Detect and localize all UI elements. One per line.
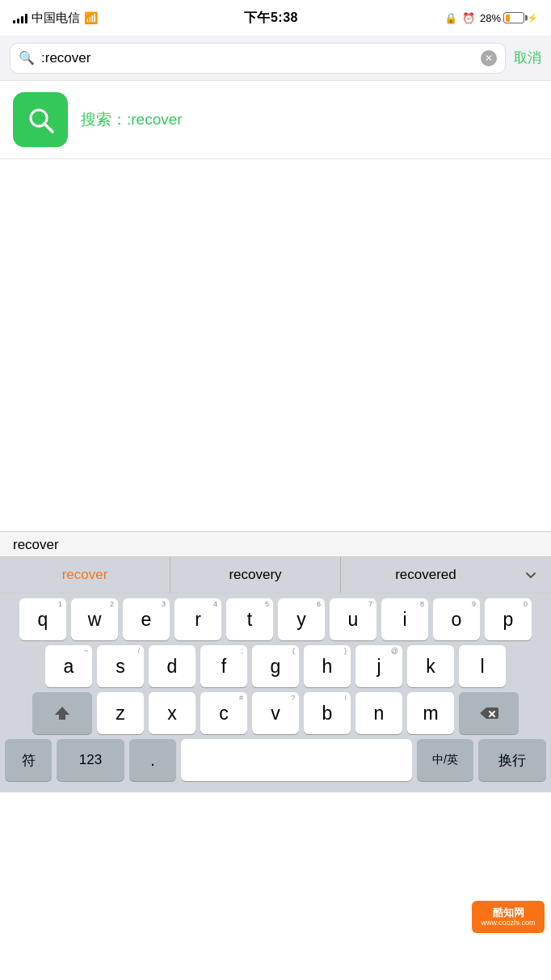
key-k[interactable]: k [407,645,454,687]
search-result-query: :recover [127,111,183,128]
suggestion-option-0[interactable]: recover [0,557,170,593]
watermark-line1: 酷知网 [493,906,524,919]
cancel-button[interactable]: 取消 [514,49,541,67]
status-right: 🔒 ⏰ 28% ⚡ [444,12,538,24]
watermark: 酷知网 www.coozhi.com [472,901,545,933]
suggestion-bar-wrapper: recover recover recovery recovered [0,531,551,593]
key-r[interactable]: 4r [175,598,221,640]
battery-percent-label: 28% [480,12,501,24]
search-result-item[interactable]: 搜索：:recover [0,81,551,159]
suggestion-expand-button[interactable] [511,557,551,593]
keyboard-row-4: 符 123 . 中/英 换行 [0,734,551,792]
period-key[interactable]: . [129,739,176,781]
search-icon: 🔍 [19,50,35,65]
space-key[interactable] [181,739,412,781]
key-v[interactable]: ?v [252,692,299,734]
search-result-icon [25,104,56,135]
backspace-key[interactable] [459,692,519,734]
svg-marker-2 [55,707,69,720]
key-q[interactable]: 1q [19,598,66,640]
key-h[interactable]: )h [304,645,351,687]
key-l[interactable]: l [459,645,506,687]
symbol-key[interactable]: 符 [5,739,52,781]
suggestion-option-2[interactable]: recovered [341,557,511,593]
key-i[interactable]: 8i [381,598,428,640]
key-f[interactable]: ;f [200,645,247,687]
key-e[interactable]: 3e [123,598,170,640]
lock-icon: 🔒 [444,12,457,24]
carrier-label: 中国电信 [32,11,80,26]
keyboard-row-1: 1q 2w 3e 4r 5t 6y 7u 8i 9o 0p [0,593,551,640]
search-result-prefix: 搜索： [81,111,127,128]
key-d[interactable]: d [149,645,196,687]
numbers-key[interactable]: 123 [57,739,124,781]
key-y[interactable]: 6y [278,598,325,640]
key-s[interactable]: /s [97,645,144,687]
key-g[interactable]: (g [252,645,299,687]
keyboard: 1q 2w 3e 4r 5t 6y 7u 8i 9o 0p ~a /s d ;f… [0,593,551,792]
battery-indicator: 28% ⚡ [480,12,538,24]
clear-button[interactable]: ✕ [481,50,497,66]
search-input-wrapper[interactable]: 🔍 :recover ✕ [10,43,506,74]
svg-line-1 [44,124,53,132]
charging-icon: ⚡ [527,13,538,23]
key-o[interactable]: 9o [433,598,480,640]
search-input[interactable]: :recover [41,50,474,66]
key-w[interactable]: 2w [71,598,118,640]
key-j[interactable]: @j [355,645,402,687]
keyboard-row-2: ~a /s d ;f (g )h @j k l [0,640,551,687]
content-area [0,159,551,531]
clock-label: 下午5:38 [244,10,298,27]
key-n[interactable]: n [355,692,402,734]
status-left: 中国电信 📶 [13,11,98,26]
key-t[interactable]: 5t [226,598,273,640]
key-a[interactable]: ~a [45,645,92,687]
keyboard-row-3: z x #c ?v !b n m [0,687,551,734]
key-m[interactable]: m [407,692,454,734]
search-bar: 🔍 :recover ✕ 取消 [0,36,551,81]
watermark-line2: www.coozhi.com [481,919,535,927]
key-u[interactable]: 7u [330,598,376,640]
key-b[interactable]: !b [304,692,351,734]
signal-icon [13,12,27,23]
alarm-icon: ⏰ [462,12,475,24]
key-p[interactable]: 0p [485,598,532,640]
return-key[interactable]: 换行 [478,739,546,781]
key-x[interactable]: x [149,692,196,734]
language-switch-key[interactable]: 中/英 [417,739,473,781]
search-result-icon-box [13,92,68,147]
shift-key[interactable] [32,692,92,734]
suggestion-option-1[interactable]: recovery [170,557,341,593]
key-z[interactable]: z [97,692,144,734]
suggestion-options-row: recover recovery recovered [0,557,551,593]
battery-icon [503,12,524,23]
search-result-label: 搜索：:recover [81,109,183,130]
wifi-icon: 📶 [84,11,98,24]
key-c[interactable]: #c [200,692,247,734]
status-bar: 中国电信 📶 下午5:38 🔒 ⏰ 28% ⚡ [0,0,551,36]
suggestion-current-word: recover [0,532,551,557]
